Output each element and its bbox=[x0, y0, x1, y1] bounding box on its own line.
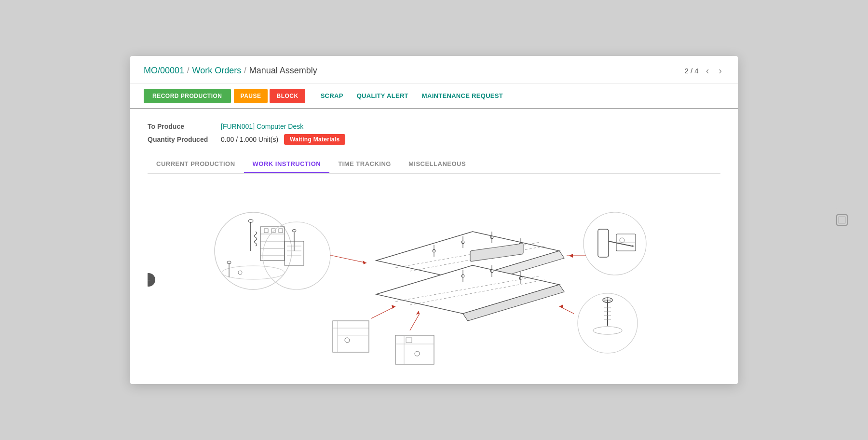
svg-point-12 bbox=[238, 271, 242, 275]
svg-rect-10 bbox=[279, 229, 283, 233]
to-produce-label: To Produce bbox=[148, 123, 215, 130]
svg-marker-23 bbox=[363, 261, 366, 264]
instruction-area: − bbox=[148, 183, 720, 376]
main-content: To Produce [FURN001] Computer Desk Quant… bbox=[130, 109, 738, 376]
svg-point-11 bbox=[222, 266, 285, 279]
tab-miscellaneous[interactable]: MISCELLANEOUS bbox=[400, 155, 475, 173]
breadcrumb-mo[interactable]: MO/00001 bbox=[144, 66, 184, 76]
block-button[interactable]: BLOCK bbox=[270, 89, 305, 103]
svg-line-22 bbox=[333, 256, 366, 263]
svg-point-80 bbox=[593, 327, 622, 334]
svg-marker-65 bbox=[632, 245, 635, 247]
svg-rect-66 bbox=[616, 234, 636, 251]
svg-line-48 bbox=[371, 306, 395, 318]
nav-controls: 2 / 4 ‹ › bbox=[684, 65, 724, 76]
tab-work-instruction[interactable]: WORK INSTRUCTION bbox=[244, 155, 330, 173]
svg-rect-84 bbox=[839, 217, 845, 223]
tabs: CURRENT PRODUCTION WORK INSTRUCTION TIME… bbox=[148, 155, 720, 174]
quantity-value: 0.00 / 1.000 Unit(s) bbox=[221, 136, 278, 143]
svg-point-62 bbox=[583, 212, 646, 275]
right-float-button[interactable] bbox=[829, 207, 854, 233]
record-production-button[interactable]: RECORD PRODUCTION bbox=[144, 89, 231, 103]
svg-point-17 bbox=[292, 230, 296, 232]
tab-current-production[interactable]: CURRENT PRODUCTION bbox=[148, 155, 244, 173]
svg-rect-9 bbox=[271, 229, 275, 233]
svg-point-67 bbox=[620, 238, 624, 243]
svg-rect-50 bbox=[333, 321, 369, 352]
breadcrumb-manual-assembly: Manual Assembly bbox=[249, 66, 317, 76]
to-produce-row: To Produce [FURN001] Computer Desk bbox=[148, 123, 720, 130]
maintenance-request-button[interactable]: MAINTENANCE REQUEST bbox=[415, 88, 510, 103]
pause-button[interactable]: PAUSE bbox=[234, 89, 268, 103]
svg-rect-8 bbox=[264, 229, 268, 233]
expand-icon bbox=[836, 214, 848, 226]
tab-time-tracking[interactable]: TIME TRACKING bbox=[329, 155, 400, 173]
waiting-materials-badge: Waiting Materials bbox=[284, 134, 345, 145]
scrap-button[interactable]: SCRAP bbox=[314, 88, 350, 103]
svg-rect-63 bbox=[598, 229, 609, 257]
header: MO/00001 / Work Orders / Manual Assembly… bbox=[130, 56, 738, 83]
quantity-row: Quantity Produced 0.00 / 1.000 Unit(s) W… bbox=[148, 134, 720, 145]
svg-marker-70 bbox=[569, 254, 573, 258]
svg-rect-57 bbox=[395, 335, 434, 364]
svg-marker-37 bbox=[376, 265, 559, 314]
svg-point-0 bbox=[215, 212, 292, 289]
quality-alert-button[interactable]: QUALITY ALERT bbox=[350, 88, 415, 103]
quantity-label: Quantity Produced bbox=[148, 136, 215, 143]
nav-prev-button[interactable]: ‹ bbox=[704, 65, 712, 76]
info-section: To Produce [FURN001] Computer Desk Quant… bbox=[148, 123, 720, 145]
breadcrumb-work-orders[interactable]: Work Orders bbox=[192, 66, 242, 76]
assembly-diagram bbox=[203, 188, 665, 371]
breadcrumb-sep-2: / bbox=[244, 66, 246, 75]
breadcrumb: MO/00001 / Work Orders / Manual Assembly bbox=[144, 66, 317, 76]
breadcrumb-sep-1: / bbox=[187, 66, 189, 75]
nav-next-button[interactable]: › bbox=[716, 65, 724, 76]
action-bar: RECORD PRODUCTION PAUSE BLOCK SCRAP QUAL… bbox=[130, 83, 738, 109]
to-produce-value[interactable]: [FURN001] Computer Desk bbox=[221, 123, 303, 130]
side-toggle-button[interactable]: − bbox=[148, 273, 155, 287]
nav-page-indicator: 2 / 4 bbox=[684, 67, 698, 75]
svg-line-55 bbox=[410, 314, 420, 330]
svg-marker-82 bbox=[559, 304, 563, 308]
